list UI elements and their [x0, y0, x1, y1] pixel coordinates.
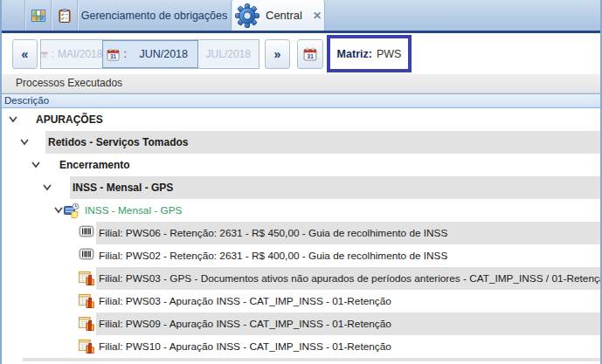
next-row-sliver	[23, 358, 600, 361]
report-chart-icon	[79, 271, 94, 285]
period-next-label: JUL/2018	[206, 48, 251, 60]
chevron-down-icon[interactable]	[20, 139, 29, 146]
previous-period-button[interactable]: «	[12, 39, 38, 69]
tree-indent	[2, 131, 45, 154]
tree-row-label: Filial: PWS02 - Retenção: 2631 - R$ 400,…	[96, 244, 600, 267]
chevron-down-icon[interactable]	[31, 161, 40, 168]
tree-row-label: Filial: PWS06 - Retenção: 2631 - R$ 450,…	[96, 222, 600, 244]
tree: APURAÇÕES Retidos - Serviços Tomados Enc…	[2, 108, 600, 358]
tree-row[interactable]: INSS - Mensal - GPS	[2, 199, 600, 222]
report-chart-icon	[79, 293, 94, 308]
tree-row-label: Filial: PWS09 - Apuração INSS - CAT_IMP_…	[96, 312, 600, 335]
grid-table-icon	[31, 10, 45, 22]
svg-text:31: 31	[110, 53, 117, 59]
matriz-label: Matriz:	[337, 48, 372, 60]
barcode-guia-icon	[79, 248, 94, 260]
tree-row-label: APURAÇÕES	[33, 108, 600, 131]
period-prev[interactable]: 31 : MAI/2018	[41, 40, 102, 68]
tree-indent	[2, 154, 57, 176]
calendar-picker-button[interactable]: 31	[297, 39, 323, 69]
clipboard-tasks-icon	[59, 9, 71, 23]
colon: :	[123, 48, 126, 60]
gear-icon	[234, 3, 260, 29]
svg-text:31: 31	[43, 53, 46, 57]
app-window: Gerenciamento de obrigações	[0, 0, 602, 364]
chevron-down-icon[interactable]	[54, 207, 63, 214]
tree-indent	[2, 176, 70, 199]
prev-glyph: «	[22, 47, 29, 61]
section-header-processos-executados: Processos Executados	[2, 74, 600, 93]
tab-grid[interactable]	[24, 0, 51, 31]
tree-row[interactable]: INSS - Mensal - GPS	[2, 176, 600, 199]
tree-indent	[2, 108, 33, 131]
matriz-indicator: Matriz: PWS	[327, 35, 412, 72]
tree-row-label: Encerramento	[57, 154, 600, 176]
period-next[interactable]: JUL/2018	[198, 40, 259, 68]
tree-row[interactable]: Filial: PWS03 - Apuração INSS - CAT_IMP_…	[2, 290, 600, 312]
next-glyph: »	[274, 47, 281, 61]
tree-row[interactable]: Filial: PWS02 - Retenção: 2631 - R$ 400,…	[2, 244, 600, 267]
tree-row[interactable]: Filial: PWS10 - Apuração INSS - CAT_IMP_…	[2, 335, 600, 358]
calendar-31-icon: 31	[107, 48, 120, 61]
chevron-down-icon[interactable]	[43, 184, 52, 191]
matriz-value: PWS	[377, 48, 401, 60]
tree-indent	[2, 335, 96, 358]
tree-indent	[2, 312, 96, 335]
tab-label: Central	[266, 9, 302, 22]
tree-row[interactable]: Retidos - Serviços Tomados	[2, 131, 600, 154]
next-period-button[interactable]: »	[265, 39, 290, 69]
calendar-31-icon: 31	[41, 49, 48, 60]
tree-row-label: Retidos - Serviços Tomados	[45, 131, 600, 154]
period-carousel: 31 : MAI/2018 31 : JUN/2018 JUL/2018	[40, 39, 259, 69]
tree-indent	[2, 290, 96, 312]
tab-checklist[interactable]	[51, 0, 77, 31]
section-header-label: Processos Executados	[16, 77, 122, 89]
period-current-label: JUN/2018	[130, 48, 197, 60]
period-current[interactable]: 31 : JUN/2018	[102, 40, 197, 68]
tab-bar: Gerenciamento de obrigações	[2, 0, 600, 33]
tree-row[interactable]: APURAÇÕES	[2, 108, 600, 131]
column-header-descricao[interactable]: Descrição	[2, 93, 600, 108]
process-task-icon	[64, 203, 80, 218]
period-prev-label: MAI/2018	[58, 48, 102, 60]
chevron-down-icon[interactable]	[9, 116, 17, 123]
tab-central[interactable]: Central ✕	[231, 0, 325, 31]
period-toolbar: « 31 : MAI/2018 3	[2, 33, 600, 74]
colon: :	[52, 48, 54, 60]
close-icon[interactable]: ✕	[313, 10, 322, 22]
barcode-guia-icon	[79, 225, 94, 237]
report-chart-icon	[79, 339, 94, 354]
tree-row-label: Filial: PWS03 - Apuração INSS - CAT_IMP_…	[96, 290, 600, 312]
report-chart-icon	[79, 316, 94, 331]
tree-row[interactable]: Filial: PWS06 - Retenção: 2631 - R$ 450,…	[2, 222, 600, 244]
tree-row-label: INSS - Mensal - GPS	[70, 176, 600, 199]
tree-row-label: INSS - Mensal - GPS	[82, 199, 600, 222]
calendar-31-icon: 31	[303, 47, 317, 61]
tree-indent	[2, 199, 82, 222]
tree-row-label: Filial: PWS10 - Apuração INSS - CAT_IMP_…	[96, 335, 600, 358]
tab-gerenciamento-de-obrigacoes[interactable]: Gerenciamento de obrigações	[77, 0, 231, 31]
tree-row[interactable]: Filial: PWS03 - GPS - Documentos ativos …	[2, 267, 600, 290]
column-header-label: Descrição	[4, 95, 49, 106]
svg-text:31: 31	[307, 53, 314, 59]
tree-indent	[2, 244, 96, 267]
tree-row[interactable]: Filial: PWS09 - Apuração INSS - CAT_IMP_…	[2, 312, 600, 335]
tree-indent	[2, 267, 96, 290]
tree-row[interactable]: Encerramento	[2, 154, 600, 176]
tree-row-label: Filial: PWS03 - GPS - Documentos ativos …	[96, 267, 600, 290]
tree-indent	[2, 222, 96, 244]
tab-label: Gerenciamento de obrigações	[81, 10, 227, 22]
